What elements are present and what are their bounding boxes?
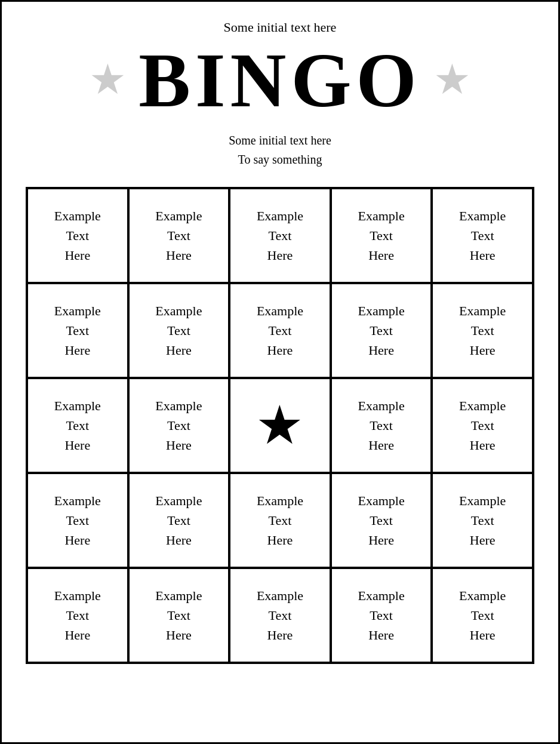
bingo-cell[interactable]: ExampleTextHere <box>229 568 331 663</box>
bingo-cell[interactable]: ExampleTextHere <box>432 473 533 568</box>
bingo-cell[interactable]: ExampleTextHere <box>128 283 230 378</box>
star-left-icon: ★ <box>89 59 127 101</box>
bingo-grid: ExampleTextHereExampleTextHereExampleTex… <box>26 187 534 664</box>
bingo-cell[interactable]: ExampleTextHere <box>229 473 331 568</box>
subtitle-mid: Some initial text here To say something <box>229 131 331 169</box>
bingo-cell[interactable]: ExampleTextHere <box>331 473 432 568</box>
bingo-title: BINGO <box>139 41 421 119</box>
star-right-icon: ★ <box>433 59 471 101</box>
bingo-cell[interactable]: ExampleTextHere <box>128 188 230 283</box>
bingo-cell[interactable]: ExampleTextHere <box>27 188 128 283</box>
subtitle-mid-line2: To say something <box>238 153 322 166</box>
subtitle-mid-line1: Some initial text here <box>229 134 331 147</box>
bingo-cell[interactable]: ExampleTextHere <box>27 473 128 568</box>
bingo-cell[interactable]: ★ <box>229 378 331 473</box>
bingo-cell[interactable]: ExampleTextHere <box>128 568 230 663</box>
bingo-cell[interactable]: ExampleTextHere <box>128 473 230 568</box>
bingo-cell[interactable]: ExampleTextHere <box>331 188 432 283</box>
bingo-cell[interactable]: ExampleTextHere <box>229 283 331 378</box>
bingo-cell[interactable]: ExampleTextHere <box>27 568 128 663</box>
bingo-cell[interactable]: ExampleTextHere <box>432 188 533 283</box>
bingo-cell[interactable]: ExampleTextHere <box>331 283 432 378</box>
bingo-cell[interactable]: ExampleTextHere <box>331 568 432 663</box>
bingo-cell[interactable]: ExampleTextHere <box>27 283 128 378</box>
bingo-cell[interactable]: ExampleTextHere <box>229 188 331 283</box>
subtitle-top: Some initial text here <box>224 20 337 35</box>
bingo-cell[interactable]: ExampleTextHere <box>432 283 533 378</box>
bingo-card: Some initial text here ★ BINGO ★ Some in… <box>0 0 560 744</box>
bingo-cell[interactable]: ExampleTextHere <box>27 378 128 473</box>
bingo-header: ★ BINGO ★ <box>26 41 534 119</box>
bingo-cell[interactable]: ExampleTextHere <box>432 378 533 473</box>
bingo-cell[interactable]: ExampleTextHere <box>128 378 230 473</box>
bingo-cell[interactable]: ExampleTextHere <box>331 378 432 473</box>
bingo-cell[interactable]: ExampleTextHere <box>432 568 533 663</box>
